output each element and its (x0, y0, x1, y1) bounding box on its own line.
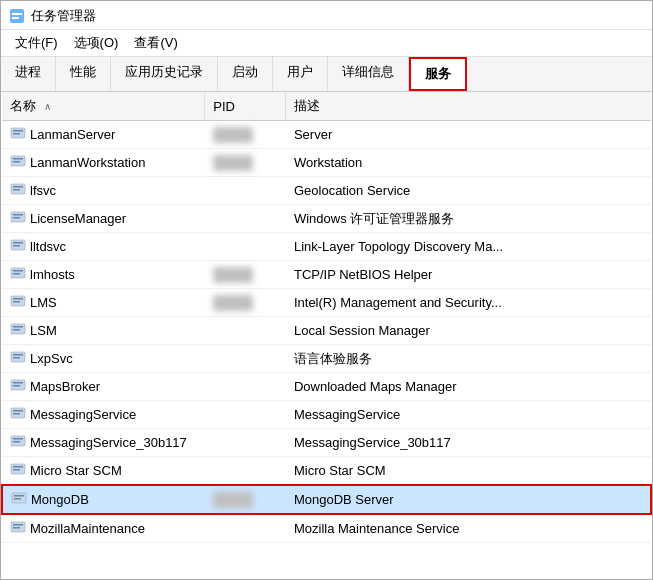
svg-rect-25 (13, 326, 23, 328)
svg-rect-28 (13, 354, 23, 356)
service-desc-cell: Windows 许可证管理器服务 (286, 205, 651, 233)
service-name-cell: LanmanWorkstation (2, 149, 205, 177)
tab-services[interactable]: 服务 (409, 57, 467, 91)
service-pid-cell (205, 345, 286, 373)
service-name-label: MapsBroker (30, 379, 100, 394)
table-row[interactable]: LanmanServer0000Server (2, 121, 651, 149)
service-pid-cell (205, 401, 286, 429)
service-name-label: lmhosts (30, 267, 75, 282)
svg-rect-7 (13, 158, 23, 160)
table-row[interactable]: LxpSvc语言体验服务 (2, 345, 651, 373)
service-name-container: lmhosts (10, 265, 197, 284)
service-icon (10, 461, 26, 480)
service-name-container: LxpSvc (10, 349, 197, 368)
title-bar: 任务管理器 (1, 1, 652, 30)
table-row[interactable]: MessagingServiceMessagingService (2, 401, 651, 429)
service-icon (10, 349, 26, 368)
service-icon (10, 405, 26, 424)
svg-rect-1 (12, 13, 22, 15)
table-header-row: 名称 ∧ PID 描述 (2, 92, 651, 121)
table-row[interactable]: MongoDB0000MongoDB Server (2, 485, 651, 514)
svg-rect-20 (13, 273, 20, 275)
tab-users[interactable]: 用户 (273, 57, 328, 91)
service-name-cell: lfsvc (2, 177, 205, 205)
table-row[interactable]: LMS0000Intel(R) Management and Security.… (2, 289, 651, 317)
services-tbody: LanmanServer0000Server LanmanWorkstation… (2, 121, 651, 543)
table-row[interactable]: LicenseManagerWindows 许可证管理器服务 (2, 205, 651, 233)
col-header-desc[interactable]: 描述 (286, 92, 651, 121)
service-name-cell: lltdsvc (2, 233, 205, 261)
service-name-label: Micro Star SCM (30, 463, 122, 478)
svg-rect-11 (13, 189, 20, 191)
pid-value: 0000 (213, 267, 253, 283)
service-desc-cell: Local Session Manager (286, 317, 651, 345)
service-pid-cell (205, 205, 286, 233)
pid-value: 0000 (213, 295, 253, 311)
menu-view[interactable]: 查看(V) (128, 32, 183, 54)
table-row[interactable]: MapsBrokerDownloaded Maps Manager (2, 373, 651, 401)
service-icon (11, 490, 27, 509)
svg-rect-35 (13, 413, 20, 415)
service-pid-cell (205, 317, 286, 345)
service-name-label: lfsvc (30, 183, 56, 198)
service-icon (10, 265, 26, 284)
service-name-cell: LicenseManager (2, 205, 205, 233)
tab-process[interactable]: 进程 (1, 57, 56, 91)
table-row[interactable]: lfsvcGeolocation Service (2, 177, 651, 205)
svg-rect-14 (13, 217, 20, 219)
services-table-container[interactable]: 名称 ∧ PID 描述 LanmanServer0000Server Lanma… (1, 92, 652, 579)
table-row[interactable]: LanmanWorkstation0000Workstation (2, 149, 651, 177)
menu-options[interactable]: 选项(O) (68, 32, 125, 54)
svg-rect-44 (14, 498, 21, 500)
col-header-pid[interactable]: PID (205, 92, 286, 121)
pid-value: 0000 (213, 492, 253, 508)
service-name-cell: LMS (2, 289, 205, 317)
service-pid-cell (205, 373, 286, 401)
table-row[interactable]: lltdsvcLink-Layer Topology Discovery Ma.… (2, 233, 651, 261)
pid-value: 0000 (213, 127, 253, 143)
tab-performance[interactable]: 性能 (56, 57, 111, 91)
table-row[interactable]: MozillaMaintenanceMozilla Maintenance Se… (2, 514, 651, 543)
service-pid-cell: 0000 (205, 149, 286, 177)
service-pid-cell (205, 457, 286, 486)
service-icon (10, 519, 26, 538)
tab-bar: 进程 性能 应用历史记录 启动 用户 详细信息 服务 (1, 57, 652, 92)
svg-rect-17 (13, 245, 20, 247)
service-name-label: LanmanServer (30, 127, 115, 142)
service-icon (10, 433, 26, 452)
svg-rect-29 (13, 357, 20, 359)
service-name-cell: MessagingService_30b117 (2, 429, 205, 457)
service-icon (10, 125, 26, 144)
svg-rect-47 (13, 527, 20, 529)
service-desc-cell: MessagingService (286, 401, 651, 429)
service-name-container: Micro Star SCM (10, 461, 197, 480)
service-name-label: MozillaMaintenance (30, 521, 145, 536)
tab-startup[interactable]: 启动 (218, 57, 273, 91)
service-name-label: LanmanWorkstation (30, 155, 145, 170)
svg-rect-26 (13, 329, 20, 331)
svg-rect-31 (13, 382, 23, 384)
table-row[interactable]: MessagingService_30b117MessagingService_… (2, 429, 651, 457)
table-row[interactable]: LSMLocal Session Manager (2, 317, 651, 345)
service-name-container: LicenseManager (10, 209, 197, 228)
service-name-label: MessagingService_30b117 (30, 435, 187, 450)
service-desc-cell: Link-Layer Topology Discovery Ma... (286, 233, 651, 261)
service-desc-cell: Mozilla Maintenance Service (286, 514, 651, 543)
service-name-container: LanmanServer (10, 125, 197, 144)
svg-rect-10 (13, 186, 23, 188)
service-name-label: lltdsvc (30, 239, 66, 254)
window-title: 任务管理器 (31, 7, 96, 25)
service-name-label: LSM (30, 323, 57, 338)
menu-file[interactable]: 文件(F) (9, 32, 64, 54)
service-name-container: lfsvc (10, 181, 197, 200)
table-row[interactable]: lmhosts0000TCP/IP NetBIOS Helper (2, 261, 651, 289)
tab-app-history[interactable]: 应用历史记录 (111, 57, 218, 91)
table-row[interactable]: Micro Star SCMMicro Star SCM (2, 457, 651, 486)
col-header-name[interactable]: 名称 ∧ (2, 92, 205, 121)
service-icon (10, 181, 26, 200)
tab-details[interactable]: 详细信息 (328, 57, 409, 91)
service-name-container: MessagingService_30b117 (10, 433, 197, 452)
task-manager-window: 任务管理器 文件(F) 选项(O) 查看(V) 进程 性能 应用历史记录 启动 … (0, 0, 653, 580)
service-desc-cell: MongoDB Server (286, 485, 651, 514)
service-desc-cell: 语言体验服务 (286, 345, 651, 373)
